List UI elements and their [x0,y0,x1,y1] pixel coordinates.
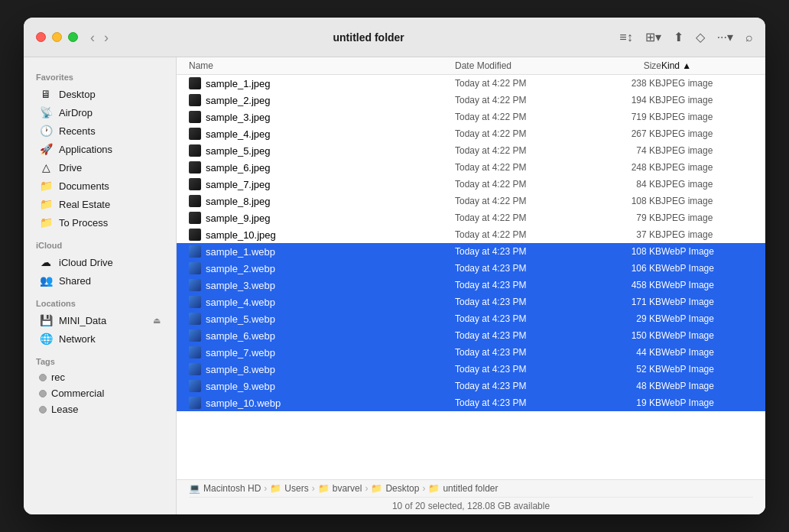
sidebar-item-toprocess[interactable]: 📁 To Process [27,213,173,232]
table-row[interactable]: sample_9.webp Today at 4:23 PM 48 KB Web… [177,378,765,394]
table-row[interactable]: sample_4.jpeg Today at 4:22 PM 267 KB JP… [177,125,765,142]
file-kind: WebP Image [661,381,753,391]
tag-label: Commercial [51,388,104,399]
table-row[interactable]: sample_10.webp Today at 4:23 PM 19 KB We… [177,394,765,411]
file-thumb [189,161,201,174]
col-size[interactable]: Size [593,60,661,71]
forward-button[interactable]: › [101,29,112,46]
file-name: sample_4.webp [206,297,275,308]
table-row[interactable]: sample_2.webp Today at 4:23 PM 106 KB We… [177,260,765,277]
file-size: 79 KB [593,212,661,223]
sidebar-item-icloud-drive[interactable]: ☁ iCloud Drive [27,253,173,271]
table-row[interactable]: sample_1.webp Today at 4:23 PM 108 KB We… [177,243,765,260]
file-date: Today at 4:23 PM [455,381,593,391]
table-row[interactable]: sample_3.jpeg Today at 4:22 PM 719 KB JP… [177,109,765,125]
drive-icon: △ [39,161,53,174]
file-name: sample_6.webp [206,330,275,342]
file-thumb [189,329,201,342]
table-row[interactable]: sample_2.jpeg Today at 4:22 PM 194 KB JP… [177,92,765,109]
file-date: Today at 4:23 PM [455,347,593,358]
table-row[interactable]: sample_8.jpeg Today at 4:22 PM 108 KB JP… [177,193,765,209]
network-icon: 🌐 [39,332,53,345]
sidebar-item-realestate[interactable]: 📁 Real Estate [27,195,173,213]
minimize-button[interactable] [52,32,62,42]
tag-label: Lease [51,404,78,415]
file-date: Today at 4:22 PM [455,145,593,156]
sidebar-item-recents[interactable]: 🕐 Recents [27,122,173,140]
table-row[interactable]: sample_6.jpeg Today at 4:22 PM 248 KB JP… [177,159,765,176]
close-button[interactable] [36,32,46,42]
table-row[interactable]: sample_3.webp Today at 4:23 PM 458 KB We… [177,277,765,294]
file-name: sample_9.jpeg [206,212,271,224]
breadcrumb-label: bvarvel [333,483,362,494]
locations-label: Locations [24,290,176,311]
status-text: 10 of 20 selected, 128.08 GB available [189,498,753,514]
table-row[interactable]: sample_1.jpeg Today at 4:22 PM 238 KB JP… [177,75,765,92]
file-thumb [189,279,201,291]
sidebar-item-shared[interactable]: 👥 Shared [27,271,173,290]
file-name: sample_4.jpeg [206,128,271,140]
file-date: Today at 4:23 PM [455,397,593,408]
finder-window: ‹ › untitled folder ≡↕ ⊞▾ ⬆ ◇ ···▾ ⌕ Fav… [24,18,765,514]
breadcrumb-item[interactable]: 💻Macintosh HD [189,483,261,494]
toprocess-icon: 📁 [39,216,53,229]
table-row[interactable]: sample_5.jpeg Today at 4:22 PM 74 KB JPE… [177,142,765,159]
sidebar-item-mini-data[interactable]: 💾 MINI_Data ⏏ [27,311,173,329]
sidebar-item-label: Desktop [59,89,96,100]
file-kind: JPEG image [661,128,753,139]
table-row[interactable]: sample_7.webp Today at 4:23 PM 44 KB Web… [177,344,765,361]
table-row[interactable]: sample_6.webp Today at 4:23 PM 150 KB We… [177,327,765,344]
sidebar-item-applications[interactable]: 🚀 Applications [27,140,173,158]
share-icon[interactable]: ⬆ [674,30,683,44]
file-name: sample_10.webp [206,397,281,409]
file-kind: JPEG image [661,145,753,156]
table-row[interactable]: sample_7.jpeg Today at 4:22 PM 84 KB JPE… [177,176,765,193]
search-icon[interactable]: ⌕ [745,31,753,44]
col-date[interactable]: Date Modified [455,60,593,71]
breadcrumb-item[interactable]: 📁bvarvel [318,483,362,494]
sidebar-item-airdrop[interactable]: 📡 AirDrop [27,103,173,122]
table-row[interactable]: sample_4.webp Today at 4:23 PM 171 KB We… [177,294,765,310]
file-kind: JPEG image [661,212,753,223]
breadcrumb-icon: 📁 [371,483,382,494]
breadcrumb-item[interactable]: 📁untitled folder [428,483,498,494]
sidebar-item-tag-rec[interactable]: rec [27,369,173,385]
file-size: 74 KB [593,145,661,156]
file-thumb [189,212,201,224]
tags-label: Tags [24,348,176,369]
maximize-button[interactable] [68,32,78,42]
sidebar-item-drive[interactable]: △ Drive [27,158,173,177]
airdrop-icon: 📡 [39,105,53,119]
sidebar-item-label: Shared [59,275,91,287]
file-thumb [189,144,201,157]
sidebar-item-desktop[interactable]: 🖥 Desktop [27,85,173,103]
more-icon[interactable]: ···▾ [717,30,733,44]
table-row[interactable]: sample_5.webp Today at 4:23 PM 29 KB Web… [177,310,765,327]
eject-icon[interactable]: ⏏ [153,316,161,326]
sidebar-item-label: Applications [59,144,112,155]
col-name[interactable]: Name [189,60,455,71]
icloud-label: iCloud [24,232,176,253]
table-row[interactable]: sample_8.webp Today at 4:23 PM 52 KB Web… [177,361,765,378]
table-row[interactable]: sample_9.jpeg Today at 4:22 PM 79 KB JPE… [177,209,765,226]
sidebar-item-documents[interactable]: 📁 Documents [27,177,173,195]
tag-icon[interactable]: ◇ [696,30,705,44]
sidebar-item-label: Documents [59,180,109,192]
breadcrumb-item[interactable]: 📁Desktop [371,483,419,494]
file-size: 84 KB [593,179,661,190]
sidebar-item-network[interactable]: 🌐 Network [27,329,173,348]
file-size: 108 KB [593,246,661,257]
sidebar-item-label: Network [59,333,96,345]
table-row[interactable]: sample_10.jpeg Today at 4:22 PM 37 KB JP… [177,226,765,243]
file-size: 106 KB [593,263,661,274]
breadcrumb-label: Macintosh HD [203,483,261,494]
grid-view-button[interactable]: ⊞▾ [645,30,661,44]
back-button[interactable]: ‹ [87,29,98,46]
col-kind[interactable]: Kind ▲ [661,60,753,71]
list-view-icon[interactable]: ≡↕ [619,31,632,44]
breadcrumb-icon: 📁 [270,483,281,494]
sidebar-item-tag-lease[interactable]: Lease [27,401,173,417]
file-kind: WebP Image [661,297,753,307]
breadcrumb-item[interactable]: 📁Users [270,483,308,494]
sidebar-item-tag-commercial[interactable]: Commercial [27,385,173,401]
